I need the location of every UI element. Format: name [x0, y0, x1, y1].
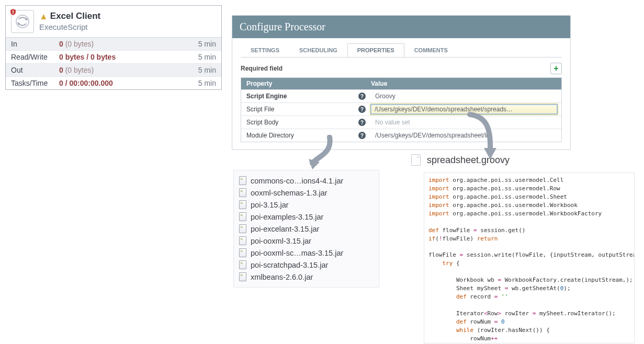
dialog-tabs: SETTINGSSCHEDULINGPROPERTIESCOMMENTS — [232, 38, 570, 57]
file-name: poi-ooxml-3.15.jar — [251, 237, 311, 245]
file-row[interactable]: ooxml-schemas-1.3.jar — [239, 187, 374, 199]
file-name: commons-co…ions4-4.1.jar — [251, 177, 343, 185]
property-value[interactable]: No value set — [370, 117, 561, 128]
property-name: Module Directory? — [241, 130, 370, 141]
property-value[interactable]: Groovy — [370, 90, 561, 102]
file-name: ooxml-schemas-1.3.jar — [251, 189, 327, 197]
col-property: Property — [241, 80, 366, 87]
stat-row: Read/Write0 bytes / 0 bytes5 min — [6, 51, 221, 64]
property-name: Script Engine? — [241, 90, 370, 102]
stat-row: Tasks/Time0 / 00:00:00.0005 min — [6, 77, 221, 89]
script-filename: spreadsheet.groovy — [427, 155, 510, 166]
tab-scheduling[interactable]: SCHEDULING — [289, 43, 347, 57]
file-row[interactable]: xmlbeans-2.6.0.jar — [239, 271, 374, 283]
jar-icon — [239, 212, 246, 221]
stat-label: In — [11, 40, 59, 48]
script-code-preview: import org.apache.poi.ss.usermodel.Cell … — [424, 173, 635, 343]
help-icon[interactable]: ? — [358, 93, 366, 100]
configure-processor-dialog: Configure Processor SETTINGSSCHEDULINGPR… — [232, 15, 571, 150]
file-name: poi-examples-3.15.jar — [251, 213, 323, 221]
stat-row: In0 (0 bytes)5 min — [6, 38, 221, 51]
file-row[interactable]: poi-scratchpad-3.15.jar — [239, 259, 374, 271]
stat-label: Out — [11, 66, 59, 74]
stat-label: Tasks/Time — [11, 79, 59, 87]
shield-badge-icon — [9, 8, 17, 16]
jar-icon — [239, 248, 246, 257]
file-row[interactable]: poi-3.15.jar — [239, 199, 374, 211]
property-name: Script File? — [241, 104, 370, 115]
processor-type: ExecuteScript — [39, 22, 100, 32]
help-icon[interactable]: ? — [358, 132, 366, 139]
tab-comments[interactable]: COMMENTS — [404, 43, 458, 57]
file-name: poi-scratchpad-3.15.jar — [251, 261, 328, 269]
file-name: poi-excelant-3.15.jar — [251, 225, 319, 233]
file-row[interactable]: poi-ooxml-3.15.jar — [239, 235, 374, 247]
stat-window: 5 min — [185, 66, 216, 74]
processor-type-icon — [11, 10, 34, 33]
stat-window: 5 min — [185, 40, 216, 48]
stat-label: Read/Write — [11, 53, 59, 61]
file-row[interactable]: poi-ooxml-sc…mas-3.15.jar — [239, 247, 374, 259]
property-value[interactable]: /Users/gkeys/DEV/demos/spreadsheet/lib — [370, 130, 561, 141]
jar-icon — [239, 200, 246, 209]
stat-window: 5 min — [185, 79, 216, 87]
jar-icon — [239, 260, 246, 269]
help-icon[interactable]: ? — [358, 119, 366, 126]
property-row[interactable]: Script File?/Users/gkeys/DEV/demos/sprea… — [241, 102, 561, 116]
required-field-label: Required field — [241, 65, 283, 72]
file-name: poi-3.15.jar — [251, 201, 289, 209]
jar-icon — [239, 272, 246, 281]
add-property-button[interactable]: + — [550, 63, 562, 74]
stat-value: 0 (0 bytes) — [59, 66, 185, 74]
property-name: Script Body? — [241, 117, 370, 128]
file-name: poi-ooxml-sc…mas-3.15.jar — [251, 249, 343, 257]
stat-window: 5 min — [185, 53, 216, 61]
dialog-title: Configure Processor — [232, 16, 570, 38]
file-row[interactable]: poi-examples-3.15.jar — [239, 211, 374, 223]
stat-row: Out0 (0 bytes)5 min — [6, 64, 221, 77]
svg-rect-1 — [13, 10, 14, 13]
property-row[interactable]: Module Directory?/Users/gkeys/DEV/demos/… — [241, 129, 561, 142]
jar-icon — [239, 236, 246, 245]
col-value: Value — [366, 80, 561, 87]
jar-icon — [239, 188, 246, 197]
processor-header: ▲Excel Client ExecuteScript — [6, 6, 221, 37]
tab-properties[interactable]: PROPERTIES — [347, 43, 404, 57]
help-icon[interactable]: ? — [358, 106, 366, 113]
file-icon — [411, 154, 421, 166]
stat-value: 0 / 00:00:00.000 — [59, 79, 185, 87]
processor-card[interactable]: ▲Excel Client ExecuteScript In0 (0 bytes… — [5, 5, 222, 90]
warning-icon: ▲ — [39, 12, 48, 21]
file-row[interactable]: poi-excelant-3.15.jar — [239, 223, 374, 235]
stat-value: 0 (0 bytes) — [59, 40, 185, 48]
jar-icon — [239, 224, 246, 233]
property-value[interactable]: /Users/gkeys/DEV/demos/spreadsheet/sprea… — [370, 104, 558, 115]
tab-settings[interactable]: SETTINGS — [241, 43, 289, 57]
file-name: xmlbeans-2.6.0.jar — [251, 273, 313, 281]
module-directory-files: commons-co…ions4-4.1.jarooxml-schemas-1.… — [233, 170, 379, 288]
stat-value: 0 bytes / 0 bytes — [59, 53, 185, 61]
processor-name: Excel Client — [50, 11, 100, 21]
property-row[interactable]: Script Body?No value set — [241, 116, 561, 129]
properties-table: Property Value Script Engine?GroovyScrip… — [241, 77, 562, 142]
property-row[interactable]: Script Engine?Groovy — [241, 89, 561, 102]
file-row[interactable]: commons-co…ions4-4.1.jar — [239, 175, 374, 187]
script-file-heading: spreadsheet.groovy — [411, 154, 510, 166]
svg-rect-2 — [13, 13, 14, 14]
jar-icon — [239, 176, 246, 185]
processor-stats: In0 (0 bytes)5 minRead/Write0 bytes / 0 … — [6, 37, 221, 89]
